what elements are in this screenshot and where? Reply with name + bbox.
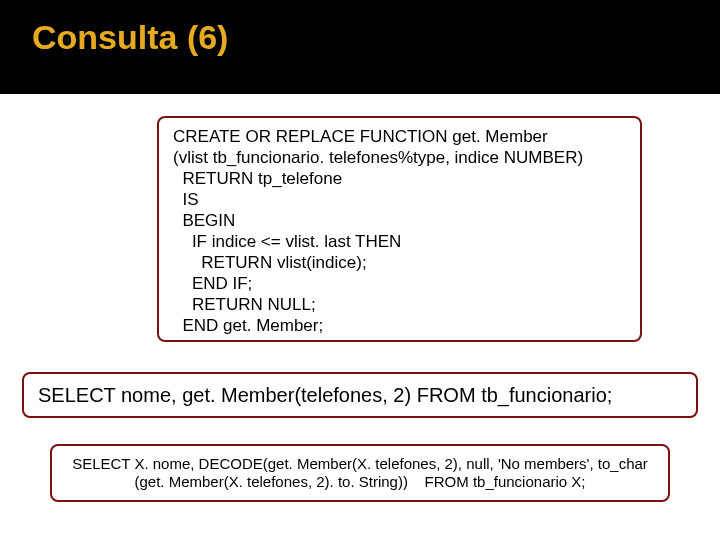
code-line: (get. Member(X. telefones, 2). to. Strin… <box>134 473 585 491</box>
code-line: END get. Member; <box>173 315 626 336</box>
code-block-select-1: SELECT nome, get. Member(telefones, 2) F… <box>22 372 698 418</box>
code-line: RETURN NULL; <box>173 294 626 315</box>
code-line: IS <box>173 189 626 210</box>
slide-header: Consulta (6) <box>0 0 720 94</box>
slide-title: Consulta (6) <box>32 18 228 57</box>
code-block-function: CREATE OR REPLACE FUNCTION get. Member (… <box>157 116 642 342</box>
code-line: BEGIN <box>173 210 626 231</box>
code-line: (vlist tb_funcionario. telefones%type, i… <box>173 147 626 168</box>
code-line: END IF; <box>173 273 626 294</box>
code-line: RETURN vlist(indice); <box>173 252 626 273</box>
slide-body: CREATE OR REPLACE FUNCTION get. Member (… <box>0 94 720 540</box>
code-line: SELECT nome, get. Member(telefones, 2) F… <box>38 384 612 407</box>
code-line: CREATE OR REPLACE FUNCTION get. Member <box>173 126 626 147</box>
code-line: SELECT X. nome, DECODE(get. Member(X. te… <box>72 455 648 473</box>
code-line: RETURN tp_telefone <box>173 168 626 189</box>
code-block-select-2: SELECT X. nome, DECODE(get. Member(X. te… <box>50 444 670 502</box>
code-line: IF indice <= vlist. last THEN <box>173 231 626 252</box>
